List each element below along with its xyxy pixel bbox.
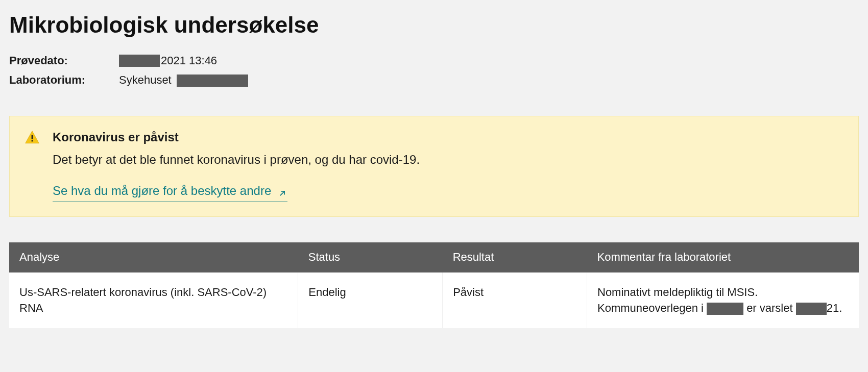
- alert-text: Det betyr at det ble funnet koronavirus …: [53, 151, 844, 168]
- table-header-row: Analyse Status Resultat Kommentar fra la…: [9, 242, 859, 272]
- meta-lab-label: Laboratorium:: [9, 72, 119, 88]
- cell-result: Påvist: [443, 272, 587, 329]
- alert-link[interactable]: Se hva du må gjøre for å beskytte andre: [53, 182, 287, 202]
- alert-title: Koronavirus er påvist: [53, 129, 844, 146]
- redacted-block: [177, 75, 248, 87]
- svg-rect-1: [32, 140, 33, 142]
- external-link-icon: [277, 186, 287, 196]
- comment-part3: 21.: [827, 302, 842, 314]
- page-title: Mikrobiologisk undersøkelse: [9, 9, 859, 41]
- results-table: Analyse Status Resultat Kommentar fra la…: [9, 242, 859, 328]
- th-comment: Kommentar fra laboratoriet: [587, 242, 859, 272]
- meta-lab-value: Sykehuset: [119, 72, 248, 88]
- cell-analyse: Us-SARS-relatert koronavirus (inkl. SARS…: [9, 272, 298, 329]
- meta-block: Prøvedato: 2021 13:46 Laboratorium: Syke…: [9, 53, 859, 89]
- alert-link-text: Se hva du må gjøre for å beskytte andre: [53, 182, 271, 200]
- svg-rect-0: [32, 135, 33, 139]
- redacted-block: [119, 55, 160, 67]
- redacted-block: [707, 303, 743, 315]
- redacted-block: [796, 303, 827, 315]
- meta-row-lab: Laboratorium: Sykehuset: [9, 72, 859, 88]
- comment-part2: er vars­let: [743, 302, 796, 314]
- alert-box: Koronavirus er påvist Det betyr at det b…: [9, 116, 859, 217]
- th-status: Status: [298, 242, 443, 272]
- meta-lab-prefix: Sykehuset: [119, 72, 172, 88]
- cell-status: Endelig: [298, 272, 443, 329]
- meta-date-value: 2021 13:46: [119, 53, 217, 69]
- meta-row-date: Prøvedato: 2021 13:46: [9, 53, 859, 69]
- meta-date-label: Prøvedato:: [9, 53, 119, 69]
- th-result: Resultat: [443, 242, 587, 272]
- cell-comment: Nominativt meldepliktig til MSIS. Kommun…: [587, 272, 859, 329]
- table-row: Us-SARS-relatert koronavirus (inkl. SARS…: [9, 272, 859, 329]
- alert-body: Koronavirus er påvist Det betyr at det b…: [53, 129, 844, 202]
- warning-icon: [24, 130, 40, 146]
- meta-date-suffix: 2021 13:46: [161, 53, 217, 69]
- th-analyse: Analyse: [9, 242, 298, 272]
